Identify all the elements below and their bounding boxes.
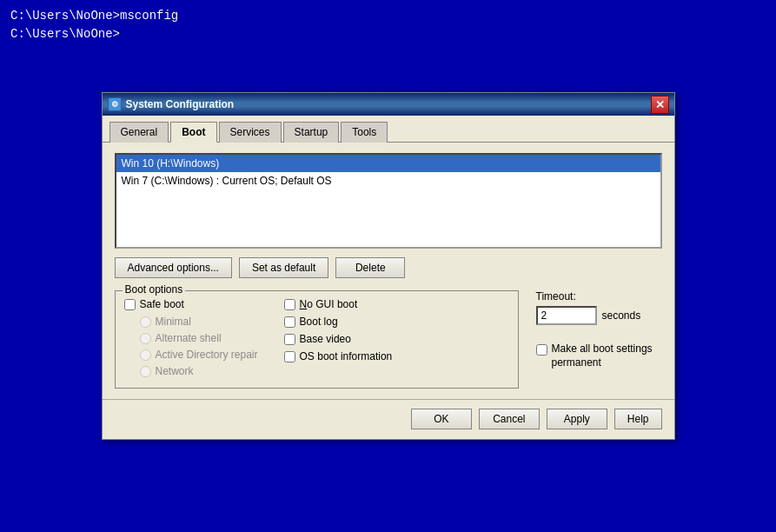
dialog-titlebar: ⚙ System Configuration ✕ [103, 93, 674, 116]
active-directory-label: Active Directory repair [156, 349, 258, 361]
os-boot-info-row: OS boot information [284, 350, 393, 362]
dialog-icon: ⚙ [108, 97, 122, 111]
no-gui-boot-row: No GUI boot [284, 298, 393, 310]
dialog-body: Win 10 (H:\Windows) Win 7 (C:\Windows) :… [103, 143, 674, 399]
tab-startup[interactable]: Startup [283, 122, 340, 143]
minimal-row: Minimal [140, 316, 258, 328]
active-directory-row: Active Directory repair [140, 349, 258, 361]
close-button[interactable]: ✕ [651, 96, 669, 114]
permanent-section: Make all boot settings permanent [536, 342, 662, 369]
timeout-row: seconds [536, 306, 662, 325]
seconds-label: seconds [602, 309, 641, 322]
minimal-label: Minimal [156, 316, 191, 328]
safe-boot-row: Safe boot [124, 298, 258, 310]
dialog-footer: OK Cancel Apply Help [103, 399, 674, 438]
timeout-permanent-area: Timeout: seconds Make all boot settings … [536, 290, 662, 389]
no-gui-boot-label: No GUI boot [300, 298, 358, 310]
boot-action-buttons: Advanced options... Set as default Delet… [115, 257, 662, 278]
tab-services[interactable]: Services [219, 122, 282, 143]
boot-log-checkbox[interactable] [284, 316, 295, 328]
tab-boot[interactable]: Boot [170, 122, 216, 143]
dialog-title: System Configuration [126, 98, 235, 110]
network-row: Network [140, 365, 258, 377]
cancel-button[interactable]: Cancel [479, 409, 540, 429]
tabs-bar: General Boot Services Startup Tools [103, 116, 674, 143]
advanced-options-button[interactable]: Advanced options... [115, 257, 232, 278]
boot-options-left: Safe boot Minimal Alternate shell [124, 298, 258, 382]
help-button[interactable]: Help [614, 409, 662, 429]
alternate-shell-radio [140, 333, 151, 344]
active-directory-radio [140, 349, 151, 361]
boot-list[interactable]: Win 10 (H:\Windows) Win 7 (C:\Windows) :… [115, 153, 662, 249]
base-video-checkbox[interactable] [284, 334, 295, 345]
safe-boot-checkbox[interactable] [124, 299, 136, 310]
boot-item-win10[interactable]: Win 10 (H:\Windows) [116, 155, 660, 172]
system-configuration-dialog: ⚙ System Configuration ✕ General Boot Se… [102, 92, 675, 440]
permanent-checkbox[interactable] [536, 344, 547, 356]
boot-options-columns: Safe boot Minimal Alternate shell [124, 298, 509, 382]
tab-general[interactable]: General [109, 122, 169, 143]
timeout-label: Timeout: [536, 290, 662, 303]
boot-log-row: Boot log [284, 316, 393, 328]
permanent-label: Make all boot settings permanent [552, 342, 662, 369]
boot-options-group: Boot options Safe boot Minimal [115, 290, 519, 389]
base-video-label: Base video [300, 333, 351, 345]
alternate-shell-row: Alternate shell [140, 332, 258, 344]
safe-boot-label: Safe boot [140, 298, 184, 310]
alternate-shell-label: Alternate shell [156, 332, 222, 344]
set-as-default-button[interactable]: Set as default [239, 257, 328, 278]
timeout-input[interactable] [536, 306, 597, 325]
boot-options-right: No GUI boot Boot log Base video [284, 298, 393, 382]
delete-button[interactable]: Delete [335, 257, 405, 278]
titlebar-left: ⚙ System Configuration [108, 97, 235, 111]
apply-button[interactable]: Apply [547, 409, 607, 429]
base-video-row: Base video [284, 333, 393, 345]
boot-item-win7[interactable]: Win 7 (C:\Windows) : Current OS; Default… [116, 172, 660, 190]
no-gui-boot-checkbox[interactable] [284, 299, 295, 310]
safe-boot-options: Minimal Alternate shell Active Directory… [140, 316, 258, 377]
dialog-overlay: ⚙ System Configuration ✕ General Boot Se… [0, 0, 776, 532]
timeout-section: Timeout: seconds [536, 290, 662, 325]
boot-options-label: Boot options [123, 283, 186, 296]
boot-log-label: Boot log [300, 316, 338, 328]
minimal-radio [140, 316, 151, 328]
os-boot-info-label: OS boot information [300, 350, 393, 362]
network-radio [140, 366, 151, 377]
permanent-row: Make all boot settings permanent [536, 342, 662, 369]
os-boot-info-checkbox[interactable] [284, 351, 295, 362]
boot-options-area: Boot options Safe boot Minimal [115, 290, 662, 389]
ok-button[interactable]: OK [411, 409, 472, 429]
tab-tools[interactable]: Tools [341, 122, 388, 143]
network-label: Network [156, 365, 194, 377]
